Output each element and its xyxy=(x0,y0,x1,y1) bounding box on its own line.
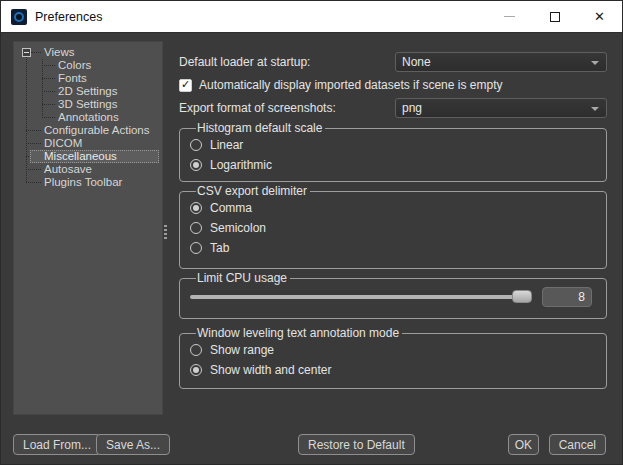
cpu-usage-title: Limit CPU usage xyxy=(196,271,290,285)
option-show-range[interactable]: Show range xyxy=(190,340,598,360)
radio-unchecked-icon xyxy=(190,242,202,254)
tree-item-label: Configurable Actions xyxy=(41,124,152,137)
tree-item-label: Fonts xyxy=(55,72,90,85)
tree-item-annotations[interactable]: Annotations xyxy=(14,111,162,124)
option-linear[interactable]: Linear xyxy=(190,135,598,155)
tree-item-label: 2D Settings xyxy=(55,85,120,98)
maximize-icon xyxy=(550,12,560,22)
option-label: Logarithmic xyxy=(210,158,272,172)
tree-item-dicom[interactable]: DICOM xyxy=(14,137,162,150)
load-from-button[interactable]: Load From... xyxy=(13,434,101,455)
export-format-select[interactable]: png xyxy=(395,98,607,118)
cancel-button[interactable]: Cancel xyxy=(549,434,606,455)
cpu-slider-row: 8 xyxy=(190,285,598,309)
preferences-content: Default loader at startup: None ✓ Automa… xyxy=(179,52,607,389)
default-loader-row: Default loader at startup: None xyxy=(179,52,607,72)
option-comma[interactable]: Comma xyxy=(190,198,598,218)
histogram-scale-title: Histogram default scale xyxy=(196,121,325,135)
default-loader-label: Default loader at startup: xyxy=(179,55,310,69)
tree-item-label: Plugins Toolbar xyxy=(41,176,125,189)
titlebar[interactable]: Preferences ✕ xyxy=(1,1,622,33)
window-leveling-group: Window leveling text annotation mode Sho… xyxy=(179,326,607,389)
tree-item-views[interactable]: Views xyxy=(14,46,162,59)
cpu-usage-group: Limit CPU usage 8 xyxy=(179,271,607,319)
default-loader-value: None xyxy=(396,55,431,69)
tree-item-configurable-actions[interactable]: Configurable Actions xyxy=(14,124,162,137)
blue-ring-icon xyxy=(14,12,24,22)
option-tab[interactable]: Tab xyxy=(190,238,598,258)
option-label: Show width and center xyxy=(210,363,331,377)
radio-unchecked-icon xyxy=(190,344,202,356)
close-button[interactable]: ✕ xyxy=(577,1,622,32)
option-label: Tab xyxy=(210,241,229,255)
slider-track[interactable] xyxy=(190,295,532,299)
tree-item-2d-settings[interactable]: 2D Settings xyxy=(14,85,162,98)
option-logarithmic[interactable]: Logarithmic xyxy=(190,155,598,175)
tree-collapse-icon[interactable] xyxy=(22,48,31,57)
tree-item-label: Views xyxy=(41,46,77,59)
option-show-width-center[interactable]: Show width and center xyxy=(190,360,598,380)
export-format-row: Export format of screenshots: png xyxy=(179,98,607,118)
minimize-icon xyxy=(504,16,515,17)
option-label: Linear xyxy=(210,138,243,152)
auto-display-checkbox[interactable]: ✓ xyxy=(179,79,192,92)
auto-display-label: Automatically display imported datasets … xyxy=(199,78,502,92)
option-label: Show range xyxy=(210,343,274,357)
option-semicolon[interactable]: Semicolon xyxy=(190,218,598,238)
export-format-label: Export format of screenshots: xyxy=(179,101,336,115)
tree-item-autosave[interactable]: Autosave xyxy=(14,163,162,176)
preferences-dialog: Preferences ✕ Views Colors Fonts 2D Sett… xyxy=(0,0,623,465)
csv-delimiter-group: CSV export delimiter Comma Semicolon Tab xyxy=(179,184,607,269)
settings-tree: Views Colors Fonts 2D Settings 3D Settin… xyxy=(13,41,163,415)
tree-item-miscellaneous[interactable]: Miscellaneous xyxy=(14,150,162,163)
radio-checked-icon xyxy=(190,364,202,376)
window-title: Preferences xyxy=(35,10,102,24)
default-loader-select[interactable]: None xyxy=(395,52,607,72)
restore-default-button[interactable]: Restore to Default xyxy=(298,434,415,455)
tree-item-fonts[interactable]: Fonts xyxy=(14,72,162,85)
option-label: Comma xyxy=(210,201,252,215)
tree-item-label: 3D Settings xyxy=(55,98,120,111)
option-label: Semicolon xyxy=(210,221,266,235)
dialog-footer: Load From... Save As... Restore to Defau… xyxy=(1,434,622,456)
cpu-value: 8 xyxy=(578,290,585,304)
tree-item-colors[interactable]: Colors xyxy=(14,59,162,72)
cpu-value-field[interactable]: 8 xyxy=(542,287,592,307)
tree-item-label: Annotations xyxy=(55,111,122,124)
check-icon: ✓ xyxy=(181,79,190,90)
chevron-down-icon xyxy=(591,107,599,111)
tree-item-label: Colors xyxy=(55,59,94,72)
radio-checked-icon xyxy=(190,159,202,171)
histogram-scale-group: Histogram default scale Linear Logarithm… xyxy=(179,121,607,182)
radio-unchecked-icon xyxy=(190,222,202,234)
save-as-button[interactable]: Save As... xyxy=(96,434,170,455)
chevron-down-icon xyxy=(591,61,599,65)
cpu-slider[interactable] xyxy=(190,290,532,304)
radio-checked-icon xyxy=(190,202,202,214)
window-leveling-title: Window leveling text annotation mode xyxy=(196,326,402,340)
tree-item-label: DICOM xyxy=(41,137,85,150)
tree-item-plugins-toolbar[interactable]: Plugins Toolbar xyxy=(14,176,162,189)
app-icon xyxy=(11,9,27,25)
auto-display-option[interactable]: ✓ Automatically display imported dataset… xyxy=(179,78,607,92)
export-format-value: png xyxy=(396,101,422,115)
maximize-button[interactable] xyxy=(532,1,577,32)
tree-item-label: Miscellaneous xyxy=(41,150,120,163)
tree-item-label: Autosave xyxy=(41,163,95,176)
tree-item-3d-settings[interactable]: 3D Settings xyxy=(14,98,162,111)
splitter-handle[interactable] xyxy=(164,225,167,239)
close-icon: ✕ xyxy=(594,10,605,23)
ok-button[interactable]: OK xyxy=(508,434,539,455)
radio-unchecked-icon xyxy=(190,139,202,151)
csv-delimiter-title: CSV export delimiter xyxy=(196,184,310,198)
minimize-button[interactable] xyxy=(487,1,532,32)
slider-handle[interactable] xyxy=(512,290,532,303)
